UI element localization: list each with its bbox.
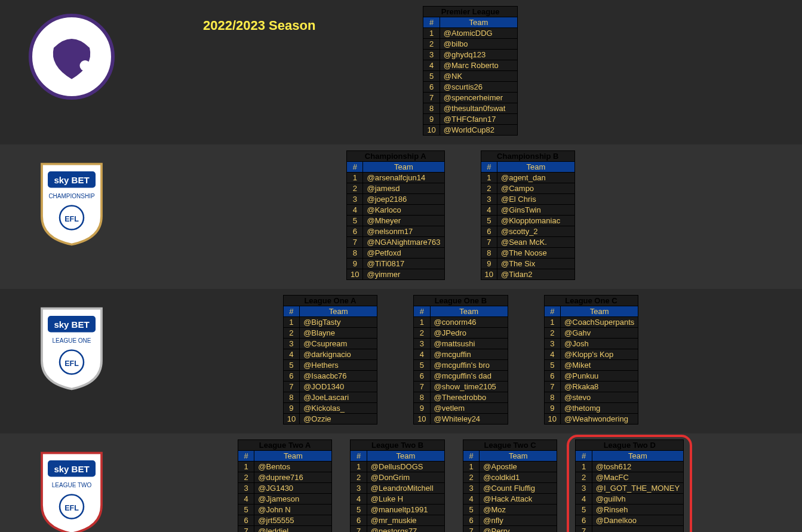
row-num: 3 (351, 483, 367, 494)
team-name: @AtomicDDG (440, 28, 517, 39)
row-num: 4 (544, 349, 560, 360)
row-num: 4 (238, 494, 254, 505)
team-name: @Whiteley24 (430, 414, 508, 425)
table-row: 7@Sean McK. (481, 237, 574, 248)
team-name: @Klopptomaniac (497, 216, 574, 226)
league-table: Premier League#Team1@AtomicDDG2@bilbo3@g… (423, 6, 517, 136)
team-name: @joep2186 (363, 194, 444, 205)
row-num: 6 (238, 515, 254, 526)
team-name: @darkignacio (300, 349, 377, 360)
tier-championship: sky BET CHAMPIONSHIP EFL Championship A#… (0, 144, 802, 289)
table-row: 3@Csupream (283, 339, 377, 349)
team-name: @Bentos (254, 462, 332, 472)
table-row: 1@AtomicDDG (423, 28, 517, 39)
team-name: @nelsonm17 (363, 226, 444, 237)
team-name: @dupree716 (254, 472, 332, 483)
row-num: 6 (576, 515, 592, 526)
svg-text:EFL: EFL (64, 359, 79, 368)
table-row: 4@Luke H (351, 494, 444, 505)
table-row: 1@Apostle (463, 462, 557, 472)
team-name: @Moz (480, 505, 557, 515)
table-row: 1@BigTasty (283, 317, 377, 328)
row-num: 3 (347, 194, 363, 205)
table-row: 9@The Six (481, 259, 574, 269)
league-title: Championship A (347, 151, 445, 162)
table-row: 10@Weahwondering (544, 414, 638, 425)
league-table-wrap: League Two A#Team1@Bentos2@dupree7163@JG… (238, 439, 332, 532)
league-title: Championship B (481, 151, 574, 162)
league-table-wrap: League Two C#Team1@Apostle2@coldkid13@Co… (463, 439, 557, 532)
team-name: @Count Fluffig (480, 483, 557, 494)
col-header-num: # (463, 451, 479, 462)
team-name: @ghydq123 (440, 50, 517, 60)
row-num: 3 (544, 339, 560, 349)
row-num: 5 (238, 505, 254, 515)
league-title: League One A (283, 296, 377, 306)
table-row: 4@Klopp's Kop (544, 349, 638, 360)
table-row: 1@CoachSuperpants (544, 317, 638, 328)
team-name: @scurtis26 (440, 82, 517, 93)
team-name: @yimmer (363, 269, 444, 280)
row-num: 4 (423, 60, 440, 71)
tier-league-one: sky BET LEAGUE ONE EFL League One A#Team… (0, 289, 802, 433)
team-name: @mattsushi (430, 339, 508, 349)
row-num: 4 (347, 205, 363, 216)
league-one-tables: League One A#Team1@BigTasty2@Blayne3@Csu… (131, 295, 790, 425)
row-num: 5 (414, 360, 430, 371)
table-row: 2@Campo (481, 183, 574, 194)
row-num: 1 (283, 317, 299, 328)
row-num: 7 (576, 526, 592, 533)
row-num: 6 (423, 82, 440, 93)
table-row: 9@vetlem (414, 403, 508, 414)
team-name: @bilbo (440, 39, 517, 50)
table-row: 1@agent_dan (481, 173, 574, 183)
table-row: 5@Mheyer (347, 216, 445, 226)
team-name: @Miket (561, 360, 638, 371)
team-name: @Klopp's Kop (561, 349, 638, 360)
league-title: League One B (414, 296, 508, 306)
team-name: @LeandroMitchell (367, 483, 444, 494)
team-name: @Tidan2 (497, 269, 574, 280)
league-title: League Two C (463, 440, 557, 451)
row-num: 1 (238, 462, 254, 472)
team-name: @nfly (480, 515, 557, 526)
table-row: 2@jamesd (347, 183, 445, 194)
table-row: 6@nelsonm17 (347, 226, 445, 237)
team-name: @Hack Attack (480, 494, 557, 505)
table-row: 5@Miket (544, 360, 638, 371)
row-num: 8 (481, 248, 497, 259)
table-row: 3@joep2186 (347, 194, 445, 205)
table-row: 6@nfly (463, 515, 557, 526)
row-num: 8 (414, 392, 430, 403)
table-row: 1@Bentos (238, 462, 331, 472)
col-header-num: # (544, 306, 560, 317)
row-num: 3 (576, 483, 592, 494)
col-header-team: Team (561, 306, 638, 317)
table-row: 7@spencerheimer (423, 93, 517, 103)
col-header-team: Team (363, 162, 444, 173)
row-num: 3 (481, 194, 497, 205)
team-name: @Sean McK. (497, 237, 574, 248)
table-row: 3@LeandroMitchell (351, 483, 444, 494)
team-name: @agent_dan (497, 173, 574, 183)
row-num: 2 (576, 472, 592, 483)
col-header-team: Team (300, 306, 377, 317)
table-row: 3@JG1430 (238, 483, 331, 494)
table-row: 2@Blayne (283, 328, 377, 339)
tier-league-two: sky BET LEAGUE TWO EFL League Two A#Team… (0, 433, 802, 532)
row-num: 7 (544, 382, 560, 392)
team-name: @Danelkoo (592, 515, 683, 526)
table-row: 3@I_GOT_THE_MONEY (576, 483, 684, 494)
row-num: 1 (576, 462, 592, 472)
row-num: 10 (283, 414, 299, 425)
league-table-wrap: Premier League#Team1@AtomicDDG2@bilbo3@g… (423, 6, 517, 136)
svg-text:sky BET: sky BET (54, 319, 89, 330)
row-num: 6 (283, 371, 299, 382)
team-name: @Blayne (300, 328, 377, 339)
table-row: 5@manueltp1991 (351, 505, 444, 515)
row-num: 5 (481, 216, 497, 226)
team-name: @Ozzie (300, 414, 377, 425)
team-name: @Theredrobbo (430, 392, 508, 403)
table-row: 6@Danelkoo (576, 515, 684, 526)
table-row: 7@leddiel (238, 526, 331, 533)
